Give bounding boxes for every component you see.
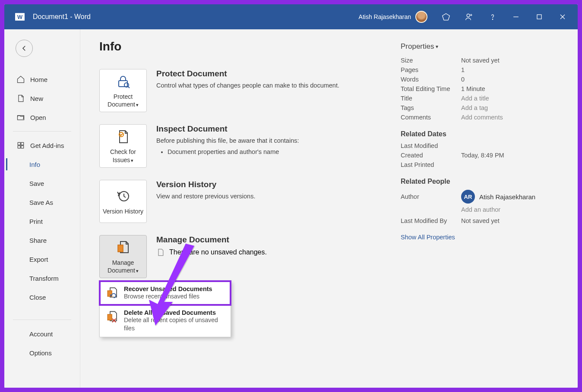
sidebar-item-label: Info xyxy=(29,161,40,168)
tags-value[interactable]: Add a tag xyxy=(461,104,488,111)
sidebar-item-print[interactable]: Print xyxy=(4,212,80,231)
svg-rect-9 xyxy=(18,142,20,145)
backstage-sidebar: Home New Open Get Add-ins Info Save Save… xyxy=(4,29,80,388)
inspect-desc: Before publishing this file, be aware th… xyxy=(156,136,393,146)
inspect-bullet: Document properties and author's name xyxy=(168,148,393,155)
svg-text:W: W xyxy=(17,14,23,20)
sidebar-item-label: Home xyxy=(30,76,47,83)
svg-rect-12 xyxy=(21,146,24,148)
author-name: Atish Rajasekharan xyxy=(479,193,535,201)
menu-item-title: Delete All Unsaved Documents xyxy=(124,309,225,316)
svg-rect-11 xyxy=(18,146,20,148)
words-label: Words xyxy=(401,76,461,83)
word-app-icon: W xyxy=(13,10,27,24)
close-button[interactable] xyxy=(552,7,573,26)
button-label: Version History xyxy=(103,208,143,215)
lock-icon xyxy=(115,74,131,89)
show-all-properties-link[interactable]: Show All Properties xyxy=(401,234,455,241)
properties-header[interactable]: Properties▾ xyxy=(401,42,559,51)
sidebar-item-label: Close xyxy=(29,294,46,301)
size-label: Size xyxy=(401,57,461,64)
delete-icon xyxy=(106,310,119,323)
page-title: Info xyxy=(99,40,393,53)
sidebar-item-label: Options xyxy=(29,349,52,357)
add-author-link[interactable]: Add an author xyxy=(461,206,500,213)
document-title: Document1 - Word xyxy=(33,13,91,21)
sidebar-item-label: New xyxy=(30,95,43,102)
menu-item-title: Recover Unsaved Documents xyxy=(124,285,212,292)
manage-title: Manage Document xyxy=(156,235,393,245)
sidebar-item-label: Share xyxy=(29,237,47,244)
recover-icon xyxy=(106,286,119,299)
versions-desc: View and restore previous versions. xyxy=(156,192,393,201)
inspect-title: Inspect Document xyxy=(156,124,393,134)
words-value: 0 xyxy=(461,76,465,83)
version-history-button[interactable]: Version History xyxy=(99,180,147,223)
sidebar-item-label: Get Add-ins xyxy=(30,142,64,149)
sidebar-item-open[interactable]: Open xyxy=(4,108,80,127)
related-people-header: Related People xyxy=(401,178,559,185)
sidebar-item-export[interactable]: Export xyxy=(4,250,80,269)
tags-label: Tags xyxy=(401,104,461,111)
author-avatar-icon: AR xyxy=(461,190,475,204)
edit-time-label: Total Editing Time xyxy=(401,85,461,92)
protect-document-button[interactable]: Protect Document▾ xyxy=(99,69,147,112)
sidebar-item-label: Save As xyxy=(29,199,53,206)
svg-rect-17 xyxy=(118,245,123,252)
last-modified-label: Last Modified xyxy=(401,142,461,149)
properties-panel: Properties▾ SizeNot saved yet Pages1 Wor… xyxy=(393,40,559,377)
sidebar-item-info[interactable]: Info xyxy=(4,155,80,174)
user-avatar[interactable] xyxy=(415,11,427,23)
created-value: Today, 8:49 PM xyxy=(461,152,504,159)
manage-document-menu: Recover Unsaved Documents Browse recent … xyxy=(99,281,231,337)
protect-title: Protect Document xyxy=(156,69,393,78)
last-modified-by-label: Last Modified By xyxy=(401,217,461,224)
recover-unsaved-item[interactable]: Recover Unsaved Documents Browse recent … xyxy=(100,281,231,305)
sidebar-item-label: Open xyxy=(30,114,46,121)
button-label: Protect Document xyxy=(108,93,135,108)
sidebar-item-label: Transform xyxy=(29,275,59,282)
svg-rect-10 xyxy=(21,142,24,145)
help-icon[interactable] xyxy=(482,7,503,26)
sidebar-item-save[interactable]: Save xyxy=(4,174,80,193)
created-label: Created xyxy=(401,152,461,159)
svg-rect-19 xyxy=(108,314,112,320)
document-stack-icon xyxy=(115,240,131,255)
last-modified-by-value: Not saved yet xyxy=(461,217,500,224)
check-issues-button[interactable]: Check for Issues▾ xyxy=(99,124,147,167)
delete-unsaved-item[interactable]: Delete All Unsaved Documents Delete all … xyxy=(100,305,231,337)
sidebar-item-addins[interactable]: Get Add-ins xyxy=(4,136,80,155)
share-user-icon[interactable] xyxy=(459,7,480,26)
document-check-icon xyxy=(115,129,131,144)
sidebar-item-saveas[interactable]: Save As xyxy=(4,193,80,212)
sidebar-item-share[interactable]: Share xyxy=(4,231,80,250)
sidebar-item-home[interactable]: Home xyxy=(4,70,80,89)
sidebar-item-new[interactable]: New xyxy=(4,89,80,108)
last-printed-label: Last Printed xyxy=(401,161,461,168)
comments-value[interactable]: Add comments xyxy=(461,114,503,121)
svg-rect-13 xyxy=(119,81,127,87)
svg-point-4 xyxy=(492,19,493,19)
sidebar-item-transform[interactable]: Transform xyxy=(4,269,80,288)
versions-title: Version History xyxy=(156,180,393,189)
sidebar-item-account[interactable]: Account xyxy=(4,324,80,343)
manage-document-button[interactable]: Manage Document▾ xyxy=(99,235,147,278)
sidebar-item-options[interactable]: Options xyxy=(4,343,80,362)
manage-desc: There are no unsaved changes. xyxy=(169,248,267,256)
premium-icon[interactable] xyxy=(435,7,457,26)
title-value[interactable]: Add a title xyxy=(461,95,489,102)
button-label: Manage Document xyxy=(108,259,135,274)
sidebar-item-close[interactable]: Close xyxy=(4,288,80,307)
comments-label: Comments xyxy=(401,114,461,121)
username-label: Atish Rajasekharan xyxy=(359,13,411,20)
maximize-button[interactable] xyxy=(528,7,550,26)
pages-label: Pages xyxy=(401,66,461,73)
svg-point-3 xyxy=(467,14,470,17)
titlebar: W Document1 - Word Atish Rajasekharan xyxy=(4,4,578,29)
sidebar-item-label: Print xyxy=(29,218,43,225)
menu-item-subtitle: Browse recent unsaved files xyxy=(124,292,212,301)
sidebar-item-label: Account xyxy=(29,330,53,338)
back-button[interactable] xyxy=(16,40,33,57)
minimize-button[interactable] xyxy=(505,7,527,26)
title-label: Title xyxy=(401,95,461,102)
